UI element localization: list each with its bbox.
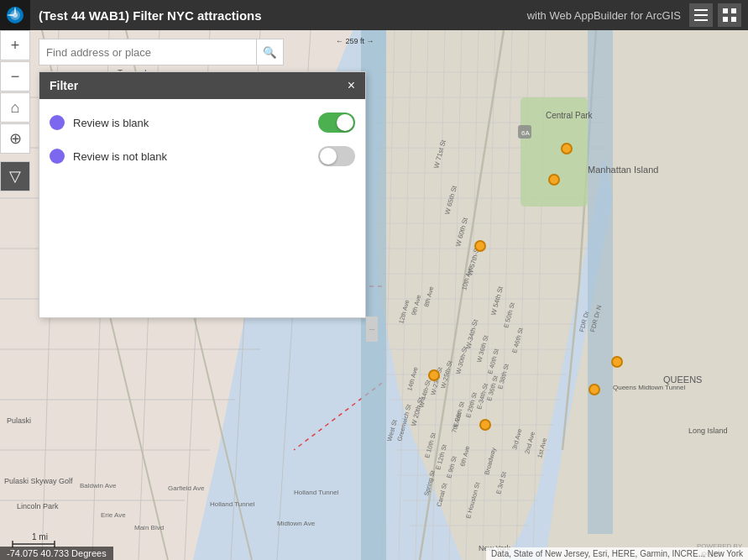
attraction-dot-1[interactable]	[561, 143, 573, 154]
zoom-out-button[interactable]: −	[0, 61, 30, 92]
zoom-out-icon: −	[11, 68, 20, 86]
home-icon: ⌂	[11, 99, 20, 117]
svg-text:6A: 6A	[521, 129, 530, 137]
attraction-dot-5[interactable]	[588, 384, 600, 395]
locate-button[interactable]: ⊕	[0, 123, 30, 154]
map-toolbar: + − ⌂ ⊕ ▽	[0, 30, 30, 192]
header-actions	[689, 3, 748, 27]
svg-text:Long Island: Long Island	[688, 427, 728, 435]
attraction-dot-6[interactable]	[428, 369, 440, 381]
coordinates-text: -74.075 40.733 Degrees	[7, 548, 107, 558]
filter-header: Filter ×	[39, 72, 365, 99]
filter-close-button[interactable]: ×	[348, 79, 355, 92]
svg-text:Pulaski: Pulaski	[7, 416, 31, 425]
locate-icon: ⊕	[9, 129, 22, 148]
svg-text:Erie Ave: Erie Ave	[101, 511, 126, 519]
svg-rect-69	[588, 30, 613, 534]
svg-text:Manhattan Island: Manhattan Island	[588, 165, 658, 175]
filter-toggle-2[interactable]	[318, 146, 355, 166]
svg-text:Main Blvd: Main Blvd	[134, 524, 164, 531]
filter-toggle-1[interactable]	[318, 113, 355, 133]
filter-dot-2	[50, 149, 65, 164]
zoom-in-icon: +	[11, 37, 20, 55]
filter-label-2: Review is not blank	[73, 150, 167, 163]
widgets-icon-button[interactable]	[718, 3, 741, 27]
app-title: (Test 44 WAB1) Filter NYC attractions	[30, 8, 527, 23]
search-input[interactable]	[39, 39, 257, 65]
attraction-dot-4[interactable]	[611, 356, 623, 368]
filter-panel: Filter × Review is blank Review is not b…	[39, 71, 366, 318]
filter-row-2: Review is not blank	[50, 146, 355, 166]
svg-text:Central Park: Central Park	[546, 111, 594, 120]
filter-title: Filter	[50, 79, 78, 92]
toggle-track-1	[318, 113, 355, 133]
svg-text:Queens Midtown Tunnel: Queens Midtown Tunnel	[613, 384, 685, 391]
filter-row-2-left: Review is not blank	[50, 149, 167, 164]
scale-label: 1 mi	[32, 532, 48, 542]
home-button[interactable]: ⌂	[0, 92, 30, 123]
attribution-text: Data, State of New Jersey, Esri, HERE, G…	[491, 549, 743, 558]
search-bar: 🔍	[39, 39, 284, 65]
panel-collapse-handle[interactable]: ···	[366, 317, 378, 342]
search-button[interactable]: 🔍	[257, 39, 284, 65]
attraction-dot-3[interactable]	[474, 240, 486, 252]
toggle-thumb-2	[320, 148, 337, 165]
map-attribution: Data, State of New Jersey, Esri, HERE, G…	[486, 547, 748, 560]
svg-text:Lincoln Park: Lincoln Park	[17, 502, 59, 510]
attraction-dot-2[interactable]	[548, 174, 560, 186]
svg-rect-3	[694, 9, 708, 11]
svg-text:Holland Tunnel: Holland Tunnel	[210, 500, 255, 508]
search-icon: 🔍	[263, 46, 277, 59]
filter-row-1: Review is blank	[50, 113, 355, 133]
svg-rect-6	[723, 8, 728, 13]
svg-text:Pulaski Skyway Golf: Pulaski Skyway Golf	[4, 477, 73, 485]
filter-label-1: Review is blank	[73, 117, 149, 129]
menu-icon-button[interactable]	[689, 3, 713, 27]
filter-row-1-left: Review is blank	[50, 115, 149, 130]
svg-text:Baldwin Ave: Baldwin Ave	[80, 482, 117, 489]
svg-text:Holland Tunnel: Holland Tunnel	[294, 489, 339, 496]
filter-body: Review is blank Review is not blank	[39, 99, 365, 317]
toggle-track-2	[318, 146, 355, 166]
collapse-icon: ···	[369, 326, 375, 333]
svg-rect-4	[694, 14, 708, 16]
svg-rect-8	[723, 17, 728, 22]
zoom-in-button[interactable]: +	[0, 30, 30, 60]
app-subtitle: with Web AppBuilder for ArcGIS	[527, 9, 689, 22]
svg-text:Garfield Ave: Garfield Ave	[168, 484, 205, 492]
svg-rect-5	[694, 19, 708, 21]
svg-text:← 259 ft →: ← 259 ft →	[336, 37, 374, 45]
svg-rect-9	[731, 17, 736, 22]
filter-dot-1	[50, 115, 65, 130]
attraction-dot-7[interactable]	[479, 419, 491, 431]
app-logo	[0, 0, 30, 30]
filter-button[interactable]: ▽	[0, 161, 30, 191]
toggle-thumb-1	[337, 114, 353, 131]
app-header: (Test 44 WAB1) Filter NYC attractions wi…	[0, 0, 748, 30]
coordinates-bar: -74.075 40.733 Degrees	[0, 547, 113, 560]
svg-rect-7	[731, 8, 736, 13]
filter-funnel-icon: ▽	[9, 167, 21, 186]
svg-text:Midtown Ave: Midtown Ave	[277, 520, 316, 527]
